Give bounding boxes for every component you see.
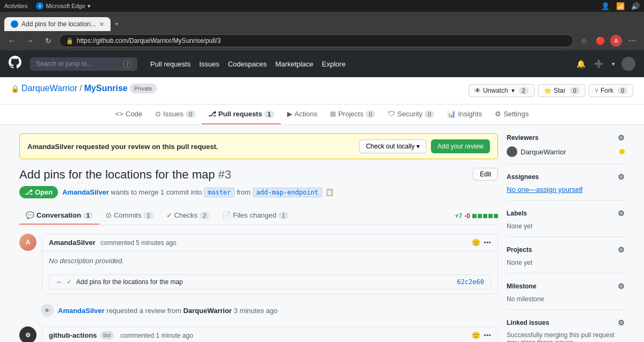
star-button[interactable]: ⭐ Star 0 bbox=[538, 84, 586, 97]
commit-message: Add pins for the locations for the map bbox=[76, 278, 183, 286]
tab-checks[interactable]: ✓ Checks 2 bbox=[160, 207, 216, 225]
nav-pullrequests[interactable]: Pull requests bbox=[150, 60, 191, 68]
labels-gear-icon[interactable]: ⚙ bbox=[618, 209, 625, 218]
commit-hash-link[interactable]: 62c2e60 bbox=[457, 278, 484, 286]
profile-icon[interactable]: A bbox=[609, 33, 624, 48]
pr-open-icon: ⎇ bbox=[25, 188, 33, 196]
browser-name[interactable]: Microsoft Edge bbox=[46, 3, 85, 9]
emoji-icon-2[interactable]: 🙂 bbox=[472, 331, 480, 339]
main-content: AmandaSilver requested your review on th… bbox=[11, 125, 633, 342]
checkout-locally-button[interactable]: Check out locally ▾ bbox=[359, 139, 427, 153]
event-author[interactable]: AmandaSilver bbox=[58, 307, 105, 315]
milestone-gear-icon[interactable]: ⚙ bbox=[618, 282, 625, 291]
reviewers-label: Reviewers bbox=[507, 134, 538, 142]
unwatch-button[interactable]: 👁 Unwatch ▾ 2 bbox=[469, 84, 535, 97]
projects-icon: ⊞ bbox=[330, 110, 336, 118]
emoji-icon[interactable]: 🙂 bbox=[472, 239, 480, 247]
nav-settings[interactable]: ⚙ Settings bbox=[488, 105, 535, 124]
refresh-button[interactable]: ↻ bbox=[41, 33, 56, 48]
favorites-icon[interactable]: ☆ bbox=[576, 33, 591, 48]
comment-2-author[interactable]: github-actions bbox=[49, 331, 97, 339]
nav-pullrequests-tab[interactable]: ⎇ Pull requests 1 bbox=[202, 105, 281, 124]
projects-gear-icon[interactable]: ⚙ bbox=[618, 246, 625, 254]
sidebar-linked-issues: Linked issues ⚙ Successfully merging thi… bbox=[507, 318, 625, 342]
forward-button[interactable]: → bbox=[23, 33, 38, 48]
pr-number: #3 bbox=[218, 168, 231, 181]
add-review-button[interactable]: Add your review bbox=[431, 139, 490, 153]
projects-title-row: Projects ⚙ bbox=[507, 246, 625, 254]
edit-pr-button[interactable]: Edit bbox=[473, 168, 498, 181]
assign-yourself-link[interactable]: No one—assign yourself bbox=[507, 185, 583, 194]
projects-label: Projects bbox=[507, 246, 532, 254]
comment-1: A AmandaSilver commented 5 minutes ago 🙂… bbox=[19, 234, 498, 294]
tab-conversation[interactable]: 💬 Conversation 1 bbox=[19, 207, 99, 225]
conversation-count: 1 bbox=[83, 212, 93, 219]
more-options-icon[interactable]: ••• bbox=[484, 239, 491, 247]
nav-explore[interactable]: Explore bbox=[322, 60, 346, 68]
nav-issues[interactable]: ⊙ Issues 0 bbox=[149, 105, 202, 124]
reviewers-gear-icon[interactable]: ⚙ bbox=[618, 133, 625, 142]
new-tab-button[interactable]: + bbox=[111, 17, 123, 31]
more-button[interactable]: ⋯ bbox=[625, 33, 640, 48]
browser-menu-arrow[interactable]: ▾ bbox=[87, 3, 91, 10]
reviewer-status-icon bbox=[619, 149, 625, 154]
nav-security[interactable]: 🛡 Security 0 bbox=[382, 105, 441, 124]
address-bar[interactable]: 🔒 https://github.com/DarqueWarrior/MySun… bbox=[59, 34, 573, 47]
github-nav: Pull requests Issues Codespaces Marketpl… bbox=[150, 60, 346, 68]
activities-label[interactable]: Activities bbox=[4, 3, 27, 9]
nav-actions[interactable]: ▶ Actions bbox=[281, 105, 324, 124]
event-reviewee[interactable]: DarqueWarrior bbox=[183, 307, 232, 315]
branch-copy-icon[interactable]: 📋 bbox=[325, 188, 334, 196]
review-banner-text: AmandaSilver requested your review on th… bbox=[27, 143, 218, 151]
github-search[interactable]: Search or jump to... / bbox=[30, 57, 137, 71]
tab-commits[interactable]: ⊙ Commits 1 bbox=[99, 207, 159, 225]
plus-icon[interactable]: ➕ bbox=[592, 57, 605, 70]
pr-author[interactable]: AmandaSilver bbox=[62, 188, 109, 196]
nav-codespaces[interactable]: Codespaces bbox=[228, 60, 267, 68]
back-button[interactable]: ← bbox=[4, 33, 19, 48]
comment-2: ⚙ github-actions bot commented 1 minute … bbox=[19, 326, 498, 342]
active-browser-tab[interactable]: Add pins for the location... ✕ bbox=[4, 17, 111, 31]
user-menu-chevron[interactable]: ▾ bbox=[610, 58, 617, 70]
unwatch-count: 2 bbox=[519, 87, 529, 94]
comment-1-avatar: A bbox=[19, 234, 36, 251]
diff-block-2 bbox=[478, 214, 482, 218]
nav-issues[interactable]: Issues bbox=[199, 60, 219, 68]
comment-2-header: github-actions bot commented 1 minute ag… bbox=[42, 327, 497, 342]
more-options-icon-2[interactable]: ••• bbox=[484, 331, 491, 339]
review-banner-actions: Check out locally ▾ Add your review bbox=[359, 139, 490, 153]
pr-title-text: Add pins for the locations for the map bbox=[19, 168, 215, 181]
linked-issues-gear-icon[interactable]: ⚙ bbox=[618, 318, 625, 327]
notifications-icon[interactable]: 🔔 bbox=[574, 57, 588, 70]
files-icon: 📄 bbox=[222, 211, 231, 219]
extensions-icon[interactable]: 🔴 bbox=[592, 33, 608, 48]
user-avatar[interactable] bbox=[621, 57, 635, 71]
settings-icon: ⚙ bbox=[495, 110, 501, 118]
fork-button[interactable]: ⑂ Fork 0 bbox=[589, 84, 633, 97]
github-header: Search or jump to... / Pull requests Iss… bbox=[0, 50, 644, 77]
edge-favicon: e bbox=[36, 2, 43, 10]
pr-tabs: 💬 Conversation 1 ⊙ Commits 1 ✓ Checks 2 … bbox=[19, 207, 498, 225]
repo-name-link[interactable]: MySunrise bbox=[84, 84, 128, 93]
event-eye-icon: 👁 bbox=[41, 304, 54, 317]
sidebar: Reviewers ⚙ DarqueWarrior Assignees ⚙ No… bbox=[507, 133, 625, 342]
lock-repo-icon: 🔒 bbox=[11, 85, 19, 93]
nav-code[interactable]: <> Code bbox=[109, 105, 149, 124]
assignees-gear-icon[interactable]: ⚙ bbox=[618, 173, 625, 181]
reviewer-name[interactable]: DarqueWarrior bbox=[521, 148, 566, 156]
tab-files-changed[interactable]: 📄 Files changed 1 bbox=[216, 207, 295, 225]
comment-1-author[interactable]: AmandaSilver bbox=[49, 239, 96, 247]
nav-projects[interactable]: ⊞ Projects 0 bbox=[324, 105, 382, 124]
repo-breadcrumb: 🔒 DarqueWarrior / MySunrise Private bbox=[11, 84, 157, 93]
nav-insights[interactable]: 📊 Insights bbox=[441, 105, 488, 124]
github-logo[interactable] bbox=[9, 56, 21, 72]
head-branch[interactable]: add-map-endpoint bbox=[253, 188, 323, 197]
milestone-title-row: Milestone ⚙ bbox=[507, 282, 625, 291]
base-branch[interactable]: master bbox=[204, 188, 235, 197]
repo-owner-link[interactable]: DarqueWarrior bbox=[21, 84, 77, 93]
tab-close-button[interactable]: ✕ bbox=[99, 21, 104, 28]
bot-badge: bot bbox=[100, 331, 114, 339]
nav-marketplace[interactable]: Marketplace bbox=[275, 60, 313, 68]
assignees-label: Assignees bbox=[507, 173, 539, 181]
sidebar-assignees: Assignees ⚙ No one—assign yourself bbox=[507, 173, 625, 200]
